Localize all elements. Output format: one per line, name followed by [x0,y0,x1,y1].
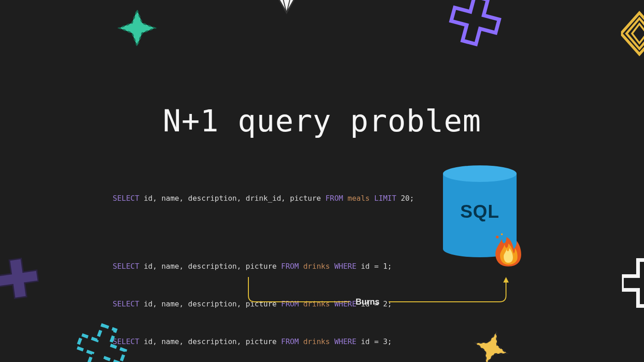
svg-marker-2 [503,277,509,283]
table-name: meals [348,194,370,203]
where-cond: id = 3 [361,337,387,346]
code-spacer [113,231,414,239]
plus-darkpurple-icon [0,255,39,301]
star-yellow-icon [473,330,510,362]
plus-white-icon [622,255,644,311]
kw-where: WHERE [334,337,356,346]
query-columns: id, name, description, picture [144,262,276,271]
kw-from: FROM [281,262,299,271]
db-label: SQL [460,201,499,222]
db-top-ellipse [443,165,517,182]
query-repeat: SELECT id, name, description, picture FR… [113,336,414,347]
plus-purple-icon [448,0,503,48]
burns-label: Burns [356,297,380,307]
kw-from: FROM [325,194,343,203]
kw-from: FROM [281,337,299,346]
kw-where: WHERE [334,262,356,271]
query-columns: id, name, description, drink_id, picture [144,194,321,203]
svg-point-0 [496,236,499,238]
limit-value: 20 [401,194,409,203]
kw-select: SELECT [113,300,139,308]
kw-limit: LIMIT [374,194,396,203]
diamond-top-icon [270,0,303,16]
table-name: drinks [303,337,330,346]
query-initial: SELECT id, name, description, drink_id, … [113,193,414,204]
diagram-title: N+1 query problem [163,103,482,139]
kw-select: SELECT [113,194,139,203]
svg-point-1 [501,233,503,235]
kw-select: SELECT [113,262,139,271]
query-repeat: SELECT id, name, description, picture FR… [113,261,414,272]
plus-cyan-icon [74,322,129,362]
where-cond: id = 1 [361,262,387,271]
star-teal-icon [117,8,157,48]
query-columns: id, name, description, picture [144,337,276,346]
fire-icon [494,232,523,266]
sql-code-block: SELECT id, name, description, drink_id, … [113,171,414,362]
diamond-yellow-icon [621,8,644,59]
database-icon: SQL [443,165,521,271]
table-name: drinks [303,262,330,271]
